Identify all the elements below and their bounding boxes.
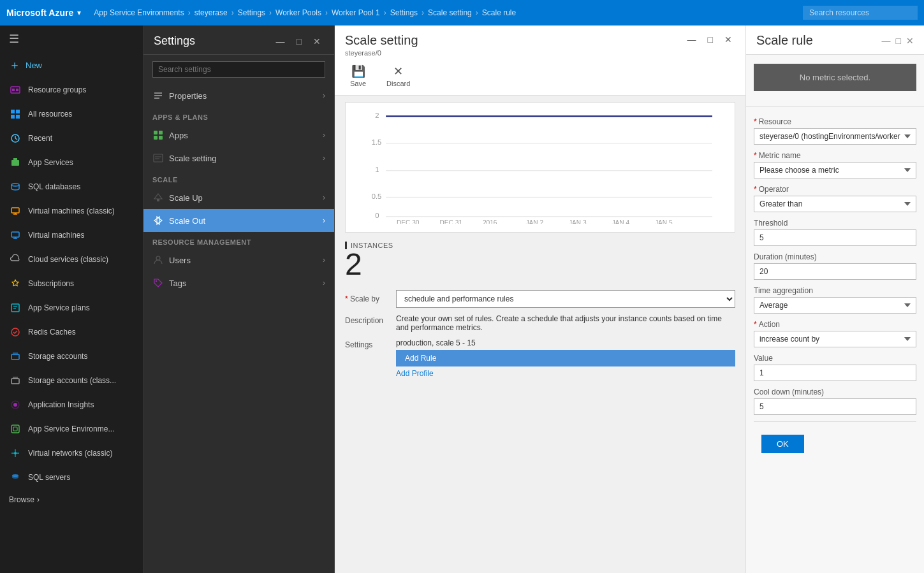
scale-rule-maximize-button[interactable]: □ (896, 36, 901, 46)
sidebar-item-app-services[interactable]: App Services (0, 150, 143, 175)
time-aggregation-label: Time aggregation (754, 286, 916, 295)
sidebar-item-sql-databases[interactable]: SQL databases (0, 175, 143, 199)
sidebar-item-vms[interactable]: Virtual machines (0, 223, 143, 247)
sidebar-item-all-resources-label: All resources (28, 110, 72, 119)
settings-maximize-button[interactable]: □ (293, 35, 305, 48)
breadcrumb-scale-setting[interactable]: Scale setting (428, 8, 472, 17)
sidebar-item-sql-servers[interactable]: SQL servers (0, 465, 143, 490)
global-search-input[interactable] (803, 6, 918, 20)
save-button[interactable]: 💾 Save (345, 62, 371, 90)
sidebar-item-recent[interactable]: Recent (0, 126, 143, 150)
settings-nav-apps[interactable]: Apps › (143, 124, 334, 147)
settings-nav-scale-up-label: Scale Up (169, 193, 203, 203)
breadcrumb-steyerase[interactable]: steyerase (194, 8, 228, 17)
scale-setting-close-button[interactable]: ✕ (721, 33, 735, 46)
settings-nav-tags[interactable]: Tags › (143, 272, 334, 294)
sidebar-item-subscriptions[interactable]: Subscriptions (0, 272, 143, 296)
new-button[interactable]: ＋ New (0, 52, 143, 78)
top-bar: Microsoft Azure ▾ App Service Environmen… (0, 0, 924, 25)
settings-close-button[interactable]: ✕ (310, 35, 324, 48)
sidebar-item-resource-groups-label: Resource groups (28, 85, 86, 94)
breadcrumb: App Service Environments › steyerase › S… (91, 8, 803, 17)
hamburger-icon[interactable]: ☰ (9, 33, 19, 45)
time-aggregation-select[interactable]: Average Minimum Maximum Total (754, 297, 916, 314)
settings-nav-users-label: Users (169, 256, 191, 265)
add-rule-button[interactable]: Add Rule (396, 350, 735, 366)
scale-setting-minimize-button[interactable]: — (684, 33, 700, 46)
settings-nav-scale-out[interactable]: Scale Out › (143, 209, 334, 232)
app-service-environments-icon (9, 423, 22, 435)
browse-button[interactable]: Browse › (0, 490, 143, 510)
breadcrumb-settings[interactable]: Settings (238, 8, 265, 17)
scale-content-area: 2 1.5 1 0.5 0 DEC 30 D (335, 96, 745, 573)
settings-nav-scale-up[interactable]: Scale Up › (143, 186, 334, 209)
settings-search-input[interactable] (152, 61, 325, 78)
sidebar-item-app-service-plans[interactable]: App Service plans (0, 296, 143, 320)
sidebar-item-resource-groups[interactable]: Resource groups (0, 78, 143, 102)
resource-select[interactable]: steyerase/0 (hostingEnvironments/worker.… (754, 128, 916, 145)
sidebar-item-storage-accounts[interactable]: Storage accounts (0, 344, 143, 368)
svg-point-12 (11, 184, 19, 186)
settings-minimize-button[interactable]: — (273, 35, 288, 48)
ok-button[interactable]: OK (761, 435, 804, 453)
sidebar-item-all-resources[interactable]: All resources (0, 102, 143, 126)
tags-icon (152, 277, 164, 289)
users-chevron-icon: › (323, 256, 325, 265)
discard-label: Discard (386, 80, 410, 87)
scale-out-chevron-icon: › (323, 216, 325, 225)
sidebar-item-vms-classic[interactable]: Virtual machines (classic) (0, 199, 143, 223)
svg-rect-39 (154, 98, 159, 99)
breadcrumb-app-service-env[interactable]: App Service Environments (94, 8, 184, 17)
plus-icon: ＋ (9, 57, 20, 73)
breadcrumb-scale-rule[interactable]: Scale rule (482, 8, 516, 17)
sidebar-item-app-service-environments[interactable]: App Service Environme... (0, 417, 143, 441)
threshold-input[interactable] (754, 229, 916, 246)
add-profile-link[interactable]: Add Profile (396, 369, 735, 378)
sidebar-item-recent-label: Recent (28, 134, 52, 143)
svg-rect-19 (11, 304, 19, 312)
value-input[interactable] (754, 365, 916, 381)
action-group: * Action increase count by decrease coun… (754, 320, 916, 347)
hamburger-menu[interactable]: ☰ (0, 25, 143, 52)
svg-rect-48 (157, 199, 159, 201)
sidebar-item-vms-classic-label: Virtual machines (classic) (28, 207, 115, 215)
breadcrumb-settings2[interactable]: Settings (390, 8, 418, 17)
svg-rect-2 (16, 89, 18, 91)
settings-nav-app-service-plans[interactable]: Scale setting › (143, 147, 334, 170)
breadcrumb-worker-pools[interactable]: Worker Pools (275, 8, 321, 17)
metric-name-select[interactable]: Please choose a metric (754, 162, 916, 178)
scale-rule-minimize-button[interactable]: — (882, 36, 891, 46)
cool-down-group: Cool down (minutes) (754, 388, 916, 415)
browse-label: Browse (9, 495, 34, 504)
svg-line-9 (15, 138, 17, 140)
subscriptions-icon (9, 277, 22, 290)
sidebar-item-storage-accounts-classic[interactable]: Storage accounts (class... (0, 368, 143, 393)
scale-setting-maximize-button[interactable]: □ (705, 33, 716, 46)
svg-rect-16 (11, 232, 19, 237)
scale-rule-close-button[interactable]: ✕ (906, 36, 914, 46)
breadcrumb-worker-pool-1[interactable]: Worker Pool 1 (332, 8, 380, 17)
settings-nav-properties[interactable]: Properties › (143, 84, 334, 107)
discard-icon: ✕ (393, 64, 403, 78)
sidebar-item-cloud-services[interactable]: Cloud services (classic) (0, 247, 143, 272)
duration-input[interactable] (754, 263, 916, 280)
cool-down-input[interactable] (754, 398, 916, 415)
action-select[interactable]: increase count by decrease count by incr… (754, 331, 916, 347)
svg-point-31 (14, 452, 17, 454)
scale-setting-header: Scale setting steyerase/0 — □ ✕ 💾 Save (335, 25, 745, 96)
svg-rect-43 (159, 136, 163, 140)
recent-icon (9, 132, 22, 145)
logo-dropdown[interactable]: ▾ (77, 8, 81, 17)
sidebar-item-redis-caches[interactable]: Redis Caches (0, 320, 143, 344)
sidebar-item-application-insights[interactable]: Application Insights (0, 393, 143, 417)
discard-button[interactable]: ✕ Discard (381, 62, 415, 90)
scale-rule-form: * Resource steyerase/0 (hostingEnvironme… (746, 113, 924, 463)
scale-by-select[interactable]: schedule and performance rules a specifi… (396, 290, 735, 308)
value-group: Value (754, 354, 916, 381)
sidebar-item-virtual-networks[interactable]: Virtual networks (classic) (0, 441, 143, 465)
sidebar-item-cloud-services-label: Cloud services (classic) (28, 255, 108, 264)
svg-rect-41 (159, 131, 163, 134)
operator-select[interactable]: Greater than Less than Greater than or e… (754, 196, 916, 212)
settings-nav-users[interactable]: Users › (143, 249, 334, 272)
apps-chevron-icon: › (323, 131, 325, 140)
